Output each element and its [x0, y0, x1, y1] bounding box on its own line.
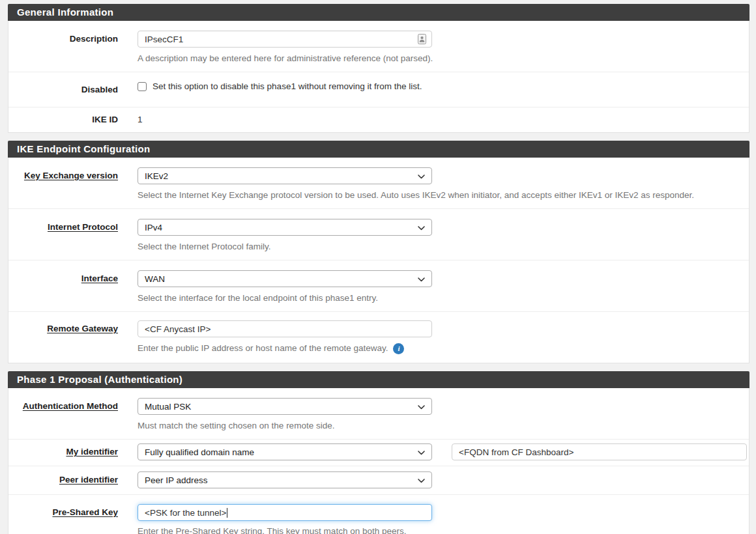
my-identifier-label: My identifier: [8, 443, 118, 460]
interface-helper: Select the interface for the local endpo…: [138, 292, 746, 305]
description-input[interactable]: [138, 31, 432, 48]
chevron-down-icon: [418, 274, 425, 284]
chevron-down-icon: [418, 475, 425, 485]
internet-protocol-label: Internet Protocol: [8, 219, 118, 236]
disabled-checkbox-label: Set this option to disable this phase1 w…: [153, 81, 422, 91]
row-authentication-method: Authentication Method Mutual PSK Must ma…: [8, 388, 749, 439]
description-label: Description: [8, 31, 118, 48]
row-ike-id: IKE ID 1: [8, 107, 749, 132]
chevron-down-icon: [418, 402, 425, 412]
remote-gateway-helper: Enter the public IP address or host name…: [138, 342, 388, 355]
row-my-identifier: My identifier Fully qualified domain nam…: [8, 439, 749, 466]
ipsec-phase1-settings-page: General Information Description: [0, 0, 756, 534]
internet-protocol-select[interactable]: IPv4: [138, 219, 432, 236]
ike-id-label: IKE ID: [8, 115, 118, 125]
my-identifier-value-input[interactable]: [452, 443, 747, 460]
authentication-method-helper: Must match the setting chosen on the rem…: [138, 419, 746, 432]
chevron-down-icon: [418, 171, 425, 181]
panel-title: General Information: [8, 4, 749, 21]
chevron-down-icon: [418, 447, 425, 457]
row-key-exchange-version: Key Exchange version IKEv2 Select the In…: [8, 158, 749, 208]
peer-identifier-label: Peer identifier: [8, 471, 118, 488]
row-description: Description A description may be entere: [8, 21, 749, 72]
chevron-down-icon: [418, 223, 425, 232]
selected-option: IPv4: [145, 223, 162, 232]
my-identifier-select[interactable]: Fully qualified domain name: [138, 443, 432, 460]
info-icon[interactable]: i: [393, 343, 404, 354]
selected-option: Mutual PSK: [145, 402, 191, 412]
panel-ike-endpoint-configuration: IKE Endpoint Configuration Key Exchange …: [8, 141, 749, 363]
selected-option: Fully qualified domain name: [145, 447, 254, 457]
panel-phase1-proposal-authentication: Phase 1 Proposal (Authentication) Authen…: [8, 371, 749, 534]
panel-general-information: General Information Description: [8, 4, 749, 133]
interface-label: Interface: [8, 270, 118, 287]
preshared-key-helper-1: Enter the Pre-Shared Key string. This ke…: [138, 525, 746, 534]
preshared-key-label: Pre-Shared Key: [8, 504, 118, 521]
row-preshared-key: Pre-Shared Key <PSK for the tunnel> Ente…: [8, 494, 749, 534]
row-interface: Interface WAN Select the interface for t…: [8, 260, 749, 311]
panel-title: Phase 1 Proposal (Authentication): [8, 371, 749, 388]
selected-option: WAN: [145, 274, 165, 284]
preshared-key-value: <PSK for the tunnel>: [145, 508, 226, 518]
text-caret: [227, 508, 227, 518]
interface-select[interactable]: WAN: [138, 270, 432, 287]
row-remote-gateway: Remote Gateway Enter the public IP addre…: [8, 311, 749, 363]
row-disabled: Disabled Set this option to disable this…: [8, 72, 749, 107]
preshared-key-input[interactable]: <PSK for the tunnel>: [138, 504, 432, 521]
key-exchange-version-label: Key Exchange version: [8, 167, 118, 184]
disabled-label: Disabled: [8, 81, 118, 98]
panel-title: IKE Endpoint Configuration: [8, 141, 749, 158]
key-exchange-version-select[interactable]: IKEv2: [138, 167, 432, 184]
remote-gateway-label: Remote Gateway: [8, 320, 118, 337]
description-helper: A description may be entered here for ad…: [138, 52, 746, 65]
ike-id-value: 1: [138, 115, 746, 125]
internet-protocol-helper: Select the Internet Protocol family.: [138, 240, 746, 253]
selected-option: Peer IP address: [145, 475, 208, 485]
row-internet-protocol: Internet Protocol IPv4 Select the Intern…: [8, 208, 749, 260]
contact-autofill-icon[interactable]: [418, 34, 426, 47]
remote-gateway-input[interactable]: [138, 320, 432, 337]
disabled-checkbox[interactable]: [138, 82, 147, 91]
peer-identifier-select[interactable]: Peer IP address: [138, 471, 432, 488]
selected-option: IKEv2: [145, 171, 168, 181]
row-peer-identifier: Peer identifier Peer IP address: [8, 466, 749, 494]
key-exchange-version-helper: Select the Internet Key Exchange protoco…: [138, 189, 746, 202]
authentication-method-select[interactable]: Mutual PSK: [138, 398, 432, 415]
authentication-method-label: Authentication Method: [8, 398, 118, 415]
